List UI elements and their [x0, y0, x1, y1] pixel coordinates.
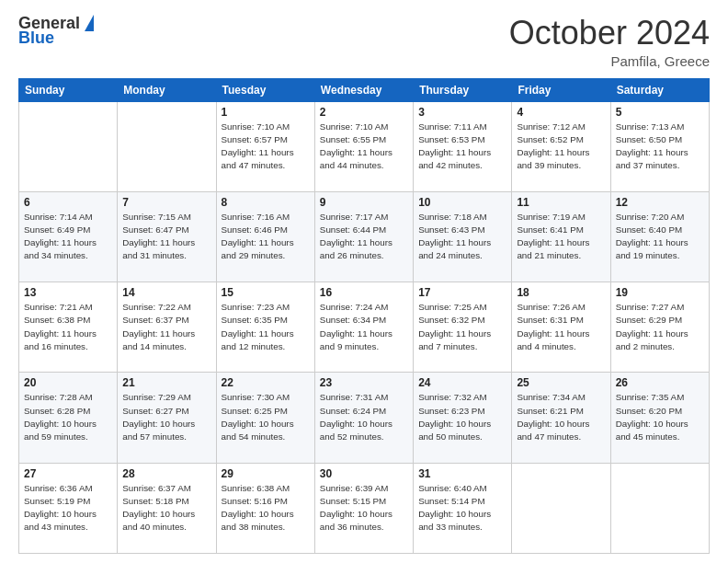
day-info: Sunrise: 7:12 AM Sunset: 6:52 PM Dayligh… — [517, 121, 605, 173]
day-cell: 4Sunrise: 7:12 AM Sunset: 6:52 PM Daylig… — [512, 101, 610, 191]
day-number: 19 — [616, 286, 704, 299]
day-cell: 26Sunrise: 7:35 AM Sunset: 6:20 PM Dayli… — [610, 373, 709, 463]
month-title: October 2024 — [509, 15, 710, 52]
day-cell: 5Sunrise: 7:13 AM Sunset: 6:50 PM Daylig… — [610, 101, 709, 191]
day-cell: 27Sunrise: 6:36 AM Sunset: 5:19 PM Dayli… — [19, 463, 118, 553]
day-info: Sunrise: 7:26 AM Sunset: 6:31 PM Dayligh… — [517, 301, 605, 353]
day-cell: 20Sunrise: 7:28 AM Sunset: 6:28 PM Dayli… — [19, 373, 118, 463]
day-number: 30 — [320, 467, 408, 480]
day-number: 13 — [24, 286, 112, 299]
header-day-saturday: Saturday — [610, 78, 709, 101]
calendar-body: 1Sunrise: 7:10 AM Sunset: 6:57 PM Daylig… — [19, 101, 710, 553]
day-number: 26 — [616, 376, 704, 389]
day-cell: 29Sunrise: 6:38 AM Sunset: 5:16 PM Dayli… — [216, 463, 314, 553]
logo-area: General Blue — [18, 15, 94, 47]
logo-blue-text: Blue — [18, 29, 54, 47]
day-info: Sunrise: 7:14 AM Sunset: 6:49 PM Dayligh… — [24, 211, 112, 263]
day-info: Sunrise: 7:10 AM Sunset: 6:57 PM Dayligh… — [222, 121, 310, 173]
day-cell: 21Sunrise: 7:29 AM Sunset: 6:27 PM Dayli… — [118, 373, 216, 463]
day-number: 11 — [517, 196, 605, 209]
day-cell: 31Sunrise: 6:40 AM Sunset: 5:14 PM Dayli… — [414, 463, 512, 553]
day-number: 4 — [517, 106, 605, 119]
day-info: Sunrise: 6:37 AM Sunset: 5:18 PM Dayligh… — [122, 482, 210, 534]
day-cell: 19Sunrise: 7:27 AM Sunset: 6:29 PM Dayli… — [610, 282, 709, 373]
day-info: Sunrise: 7:13 AM Sunset: 6:50 PM Dayligh… — [616, 121, 704, 173]
day-cell: 24Sunrise: 7:32 AM Sunset: 6:23 PM Dayli… — [414, 373, 512, 463]
day-number: 10 — [418, 196, 506, 209]
day-cell — [118, 101, 216, 191]
day-cell: 9Sunrise: 7:17 AM Sunset: 6:44 PM Daylig… — [314, 191, 413, 282]
week-row-3: 13Sunrise: 7:21 AM Sunset: 6:38 PM Dayli… — [19, 282, 710, 373]
day-cell: 3Sunrise: 7:11 AM Sunset: 6:53 PM Daylig… — [414, 101, 512, 191]
day-info: Sunrise: 7:27 AM Sunset: 6:29 PM Dayligh… — [616, 301, 704, 353]
day-info: Sunrise: 7:23 AM Sunset: 6:35 PM Dayligh… — [222, 301, 310, 353]
day-info: Sunrise: 7:32 AM Sunset: 6:23 PM Dayligh… — [418, 391, 506, 443]
day-number: 22 — [222, 376, 310, 389]
week-row-5: 27Sunrise: 6:36 AM Sunset: 5:19 PM Dayli… — [19, 463, 710, 553]
header-row: SundayMondayTuesdayWednesdayThursdayFrid… — [19, 78, 710, 101]
calendar-table: SundayMondayTuesdayWednesdayThursdayFrid… — [18, 78, 710, 554]
header-day-monday: Monday — [118, 78, 216, 101]
day-cell: 15Sunrise: 7:23 AM Sunset: 6:35 PM Dayli… — [216, 282, 314, 373]
day-cell: 13Sunrise: 7:21 AM Sunset: 6:38 PM Dayli… — [19, 282, 118, 373]
day-number: 28 — [122, 467, 210, 480]
day-number: 25 — [517, 376, 605, 389]
day-cell: 11Sunrise: 7:19 AM Sunset: 6:41 PM Dayli… — [512, 191, 610, 282]
day-number: 2 — [320, 106, 408, 119]
day-number: 1 — [222, 106, 310, 119]
day-number: 6 — [24, 196, 112, 209]
day-number: 20 — [24, 376, 112, 389]
day-number: 3 — [418, 106, 506, 119]
day-cell: 10Sunrise: 7:18 AM Sunset: 6:43 PM Dayli… — [414, 191, 512, 282]
day-cell: 23Sunrise: 7:31 AM Sunset: 6:24 PM Dayli… — [314, 373, 413, 463]
day-info: Sunrise: 7:11 AM Sunset: 6:53 PM Dayligh… — [418, 121, 506, 173]
day-info: Sunrise: 7:15 AM Sunset: 6:47 PM Dayligh… — [122, 211, 210, 263]
day-cell: 14Sunrise: 7:22 AM Sunset: 6:37 PM Dayli… — [118, 282, 216, 373]
title-area: October 2024 Pamfila, Greece — [509, 15, 710, 69]
day-info: Sunrise: 7:24 AM Sunset: 6:34 PM Dayligh… — [320, 301, 408, 353]
day-number: 16 — [320, 286, 408, 299]
location-subtitle: Pamfila, Greece — [509, 53, 710, 69]
calendar-page: General Blue October 2024 Pamfila, Greec… — [0, 0, 728, 563]
day-number: 9 — [320, 196, 408, 209]
day-cell: 12Sunrise: 7:20 AM Sunset: 6:40 PM Dayli… — [610, 191, 709, 282]
day-number: 24 — [418, 376, 506, 389]
day-number: 31 — [418, 467, 506, 480]
header: General Blue October 2024 Pamfila, Greec… — [18, 15, 710, 69]
day-number: 29 — [222, 467, 310, 480]
day-info: Sunrise: 6:40 AM Sunset: 5:14 PM Dayligh… — [418, 482, 506, 534]
day-cell: 6Sunrise: 7:14 AM Sunset: 6:49 PM Daylig… — [19, 191, 118, 282]
day-number: 18 — [517, 286, 605, 299]
day-info: Sunrise: 7:22 AM Sunset: 6:37 PM Dayligh… — [122, 301, 210, 353]
logo-triangle-icon — [85, 15, 94, 31]
day-number: 5 — [616, 106, 704, 119]
day-cell: 18Sunrise: 7:26 AM Sunset: 6:31 PM Dayli… — [512, 282, 610, 373]
day-info: Sunrise: 7:18 AM Sunset: 6:43 PM Dayligh… — [418, 211, 506, 263]
day-cell: 2Sunrise: 7:10 AM Sunset: 6:55 PM Daylig… — [314, 101, 413, 191]
day-cell: 7Sunrise: 7:15 AM Sunset: 6:47 PM Daylig… — [118, 191, 216, 282]
day-info: Sunrise: 7:30 AM Sunset: 6:25 PM Dayligh… — [222, 391, 310, 443]
day-cell: 25Sunrise: 7:34 AM Sunset: 6:21 PM Dayli… — [512, 373, 610, 463]
week-row-2: 6Sunrise: 7:14 AM Sunset: 6:49 PM Daylig… — [19, 191, 710, 282]
header-day-wednesday: Wednesday — [314, 78, 413, 101]
header-day-tuesday: Tuesday — [216, 78, 314, 101]
day-number: 17 — [418, 286, 506, 299]
week-row-1: 1Sunrise: 7:10 AM Sunset: 6:57 PM Daylig… — [19, 101, 710, 191]
day-number: 14 — [122, 286, 210, 299]
day-number: 27 — [24, 467, 112, 480]
day-info: Sunrise: 7:34 AM Sunset: 6:21 PM Dayligh… — [517, 391, 605, 443]
day-cell — [19, 101, 118, 191]
day-info: Sunrise: 7:19 AM Sunset: 6:41 PM Dayligh… — [517, 211, 605, 263]
day-info: Sunrise: 7:35 AM Sunset: 6:20 PM Dayligh… — [616, 391, 704, 443]
day-info: Sunrise: 7:20 AM Sunset: 6:40 PM Dayligh… — [616, 211, 704, 263]
header-day-thursday: Thursday — [414, 78, 512, 101]
calendar-header: SundayMondayTuesdayWednesdayThursdayFrid… — [19, 78, 710, 101]
day-number: 21 — [122, 376, 210, 389]
day-number: 7 — [122, 196, 210, 209]
day-info: Sunrise: 7:16 AM Sunset: 6:46 PM Dayligh… — [222, 211, 310, 263]
day-cell: 17Sunrise: 7:25 AM Sunset: 6:32 PM Dayli… — [414, 282, 512, 373]
day-number: 15 — [222, 286, 310, 299]
day-cell: 22Sunrise: 7:30 AM Sunset: 6:25 PM Dayli… — [216, 373, 314, 463]
day-info: Sunrise: 6:36 AM Sunset: 5:19 PM Dayligh… — [24, 482, 112, 534]
day-cell: 1Sunrise: 7:10 AM Sunset: 6:57 PM Daylig… — [216, 101, 314, 191]
